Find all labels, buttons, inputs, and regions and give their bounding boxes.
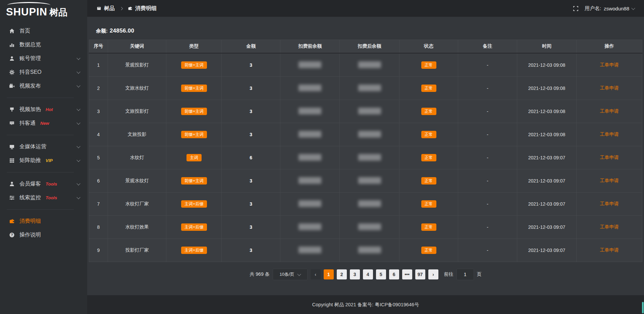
cell-amount: 3	[222, 53, 280, 77]
monitor-icon	[9, 144, 15, 150]
page-button-5[interactable]: 5	[376, 269, 386, 279]
cell-balance-before	[280, 239, 339, 262]
cell-status: 正常	[399, 146, 458, 169]
table-row: 5水纹灯主词6正常-2021-12-03 09:07工单申请	[89, 146, 642, 169]
sliders-icon	[9, 195, 15, 201]
masked-value	[358, 61, 381, 68]
sidebar-item-consume-detail[interactable]: 消费明细	[0, 214, 87, 228]
ticket-apply-link[interactable]: 工单申请	[600, 85, 619, 91]
sidebar-item-matrix-boost[interactable]: 矩阵助推VIP	[0, 154, 87, 167]
masked-value	[299, 108, 321, 114]
breadcrumb-root[interactable]: 树品	[104, 5, 115, 12]
cell-time: 2021-12-03 09:08	[517, 123, 576, 146]
sidebar-item-label: 数据总览	[19, 41, 41, 48]
cell-action: 工单申请	[577, 169, 642, 193]
sidebar-item-label: 线索监控	[19, 194, 41, 201]
sidebar-item-douyin-seo[interactable]: 抖音SEO	[0, 65, 87, 79]
page-size-select[interactable]: 10条/页	[273, 269, 308, 280]
sidebar-item-account-management[interactable]: 账号管理	[0, 52, 87, 65]
cell-balance-after	[340, 77, 399, 100]
topbar-right: 用户名: zswodun88	[573, 5, 635, 12]
column-header: 扣费后余额	[340, 40, 399, 53]
masked-value	[358, 108, 381, 114]
page-button-4[interactable]: 4	[363, 269, 373, 279]
sidebar-item-member-baoke[interactable]: 会员爆客Tools	[0, 177, 87, 191]
cell-keyword: 文旅水纹灯	[108, 77, 166, 100]
heat-icon	[9, 107, 15, 113]
sidebar-item-video-heat[interactable]: 视频加热Hot	[0, 103, 87, 116]
sidebar-item-operation-guide[interactable]: ?操作说明	[0, 228, 87, 242]
sidebar-item-label: 视频加热	[19, 106, 41, 113]
ticket-apply-link[interactable]: 工单申请	[600, 201, 619, 206]
ticket-apply-link[interactable]: 工单申请	[600, 155, 619, 160]
table-row: 1景观投影灯前缀+主词3正常-2021-12-03 09:08工单申请	[89, 53, 642, 77]
next-page-button[interactable]: ›	[428, 269, 438, 279]
page-button-1[interactable]: 1	[324, 269, 334, 279]
cell-keyword: 景观水纹灯	[108, 169, 166, 193]
balance-value: 24856.00	[110, 28, 134, 34]
page-ellipsis-button[interactable]: •••	[402, 269, 412, 279]
cell-action: 工单申请	[577, 193, 642, 216]
page-button-2[interactable]: 2	[337, 269, 347, 279]
type-tag: 前缀+主词	[181, 61, 207, 69]
sidebar-item-label: 会员爆客	[19, 180, 41, 188]
sidebar-item-label: 抖音SEO	[19, 69, 42, 76]
page-button-6[interactable]: 6	[389, 269, 399, 279]
table-row: 7水纹灯厂家主词+后缀3正常-2021-12-03 09:07工单申请	[89, 193, 642, 216]
sidebar-divider	[7, 209, 74, 210]
sidebar-item-douketong[interactable]: 抖客通New	[0, 116, 87, 130]
ticket-apply-link[interactable]: 工单申请	[600, 247, 619, 253]
scrollbar-thumb[interactable]	[642, 302, 644, 313]
svg-text:?: ?	[11, 233, 13, 237]
cell-status: 正常	[399, 216, 458, 239]
status-tag: 正常	[421, 177, 436, 185]
ticket-apply-link[interactable]: 工单申请	[600, 224, 619, 229]
ticket-apply-link[interactable]: 工单申请	[600, 132, 619, 137]
sidebar-item-badge: Hot	[46, 107, 53, 112]
prev-page-button[interactable]: ‹	[311, 269, 321, 279]
page-button-3[interactable]: 3	[350, 269, 360, 279]
cell-remark: -	[458, 100, 517, 123]
cell-amount: 3	[222, 77, 280, 100]
status-tag: 正常	[421, 154, 436, 162]
cell-remark: -	[458, 53, 517, 77]
cell-balance-after	[340, 169, 399, 193]
sidebar-divider	[7, 98, 74, 98]
cell-keyword: 文旅投影灯	[108, 100, 166, 123]
cell-keyword: 投影灯厂家	[108, 239, 166, 262]
sidebar-item-clue-monitor[interactable]: 线索监控Tools	[0, 191, 87, 205]
sidebar-item-data-overview[interactable]: 数据总览	[0, 38, 87, 52]
cell-action: 工单申请	[577, 77, 642, 100]
cell-keyword: 水纹灯效果	[108, 216, 166, 239]
status-tag: 正常	[421, 61, 436, 69]
page-button-97[interactable]: 97	[415, 269, 425, 279]
sidebar-item-media-operation[interactable]: 全媒体运营	[0, 140, 87, 154]
goto-page-input[interactable]	[457, 269, 474, 280]
cell-balance-before	[280, 146, 339, 169]
cell-action: 工单申请	[577, 216, 642, 239]
masked-value	[358, 177, 381, 184]
sidebar-item-badge: Tools	[46, 195, 57, 200]
logo-arc-icon	[7, 2, 50, 8]
column-header: 时间	[517, 40, 576, 53]
cell-status: 正常	[399, 169, 458, 193]
sidebar-item-video-publish[interactable]: 视频发布	[0, 79, 87, 93]
masked-value	[358, 85, 381, 91]
user-menu[interactable]: 用户名: zswodun88	[585, 5, 635, 12]
status-tag: 正常	[421, 247, 436, 254]
cell-amount: 3	[222, 239, 280, 262]
cell-amount: 6	[222, 146, 280, 169]
cell-index: 5	[89, 146, 108, 169]
masked-value	[358, 154, 381, 161]
cell-status: 正常	[399, 100, 458, 123]
ticket-apply-link[interactable]: 工单申请	[600, 178, 619, 183]
fullscreen-icon[interactable]	[573, 6, 579, 11]
sidebar-item-label: 首页	[19, 28, 30, 35]
cell-index: 1	[89, 53, 108, 77]
ticket-apply-link[interactable]: 工单申请	[600, 62, 619, 67]
ticket-apply-link[interactable]: 工单申请	[600, 108, 619, 114]
cell-balance-before	[280, 77, 339, 100]
cell-balance-before	[280, 216, 339, 239]
sidebar-item-home[interactable]: 首页	[0, 24, 87, 38]
type-tag: 主词+后缀	[181, 247, 207, 254]
